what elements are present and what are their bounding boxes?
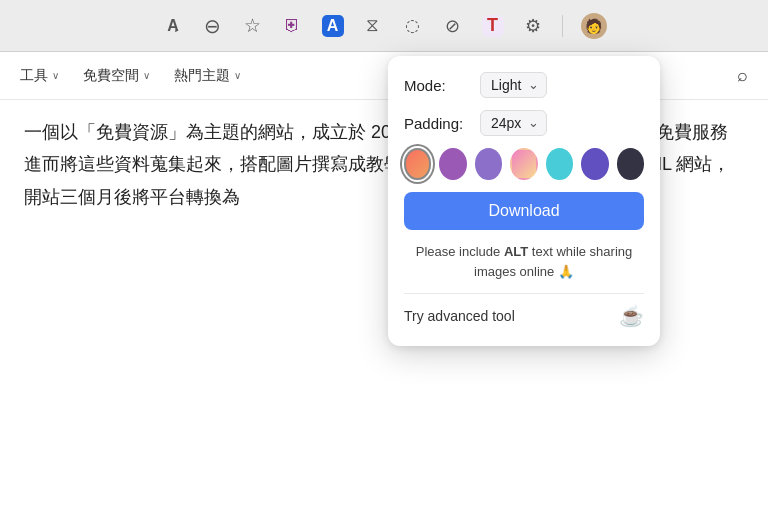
padding-row: Padding: 16px 24px 32px 48px [404, 110, 644, 136]
slash-circle-icon[interactable]: ⊘ [442, 15, 464, 37]
swatch-indigo[interactable] [581, 148, 608, 180]
swatch-gradient-warm[interactable] [404, 148, 431, 180]
browser-toolbar: A᷊ ⊖ ☆ ⛨ A ⧖ ◌ ⊘ T ⚙ 🧑 [0, 0, 768, 52]
search-icon[interactable]: ⌕ [737, 65, 748, 86]
alt-text-emoji: 🙏 [554, 264, 574, 279]
mode-select[interactable]: Light Dark Auto [480, 72, 547, 98]
mode-select-wrapper[interactable]: Light Dark Auto [480, 72, 547, 98]
font-icon[interactable]: A᷊ [162, 15, 184, 37]
advanced-tool-row[interactable]: Try advanced tool ☕ [404, 302, 644, 330]
user-avatar[interactable]: 🧑 [581, 13, 607, 39]
alt-text-pre: Please include [416, 244, 504, 259]
nav-item-themes[interactable]: 熱門主題 ∨ [174, 67, 241, 85]
nav-item-tools[interactable]: 工具 ∨ [20, 67, 59, 85]
swatch-cyan[interactable] [546, 148, 573, 180]
nav-chevron-tools: ∨ [52, 70, 59, 81]
nav-item-themes-label: 熱門主題 [174, 67, 230, 85]
download-button[interactable]: Download [404, 192, 644, 230]
coffee-icon: ☕ [619, 304, 644, 328]
alt-text-notice: Please include ALT text while sharing im… [404, 242, 644, 281]
nav-item-hosting-label: 免費空間 [83, 67, 139, 85]
padding-select-wrapper[interactable]: 16px 24px 32px 48px [480, 110, 547, 136]
swatch-purple[interactable] [439, 148, 466, 180]
mode-row: Mode: Light Dark Auto [404, 72, 644, 98]
pocket-icon[interactable]: ⛨ [282, 15, 304, 37]
settings-gear-icon[interactable]: ⚙ [522, 15, 544, 37]
battery-icon[interactable]: ◌ [402, 15, 424, 37]
title-card-icon[interactable]: T [482, 15, 504, 37]
mode-label: Mode: [404, 77, 472, 94]
toolbar-icons-group: A᷊ ⊖ ☆ ⛨ A ⧖ ◌ ⊘ T ⚙ 🧑 [162, 13, 607, 39]
swatch-violet[interactable] [475, 148, 502, 180]
nav-chevron-themes: ∨ [234, 70, 241, 81]
padding-label: Padding: [404, 115, 472, 132]
toolbar-divider [562, 15, 563, 37]
layers-icon[interactable]: ⧖ [362, 15, 384, 37]
title-card-popup: Mode: Light Dark Auto Padding: 16px 24px… [388, 56, 660, 346]
color-swatches [404, 148, 644, 180]
padding-select[interactable]: 16px 24px 32px 48px [480, 110, 547, 136]
bookmark-star-icon[interactable]: ☆ [242, 15, 264, 37]
popup-divider [404, 293, 644, 294]
advanced-tool-label: Try advanced tool [404, 308, 515, 324]
swatch-dark[interactable] [617, 148, 644, 180]
translate-icon[interactable]: A [322, 15, 344, 37]
alt-text-bold: ALT [504, 244, 528, 259]
swatch-gradient-pink[interactable] [510, 148, 537, 180]
nav-item-hosting[interactable]: 免費空間 ∨ [83, 67, 150, 85]
nav-chevron-hosting: ∨ [143, 70, 150, 81]
nav-item-tools-label: 工具 [20, 67, 48, 85]
zoom-icon[interactable]: ⊖ [202, 15, 224, 37]
